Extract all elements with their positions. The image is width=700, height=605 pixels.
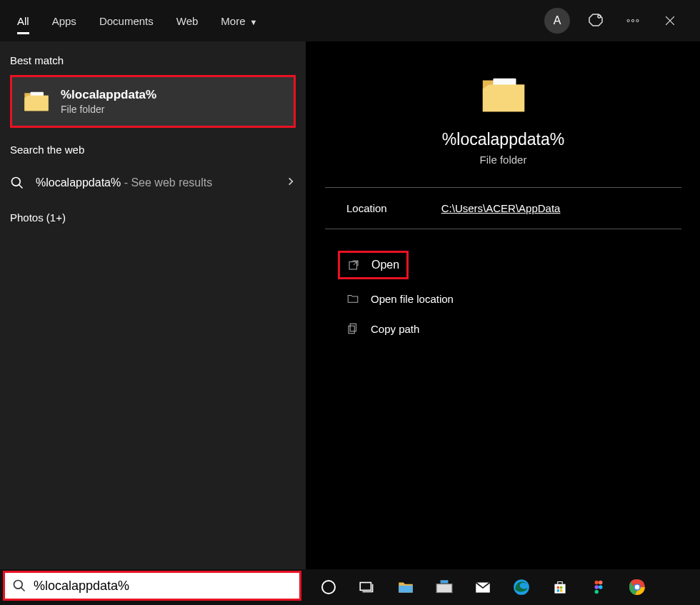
action-open-file-location[interactable]: Open file location	[325, 284, 681, 314]
preview-folder-icon	[479, 70, 529, 120]
svg-point-30	[635, 585, 640, 590]
svg-point-12	[14, 581, 23, 589]
svg-rect-19	[557, 586, 559, 589]
svg-rect-15	[436, 584, 452, 593]
keyboard-icon[interactable]	[434, 577, 454, 597]
location-path-link[interactable]: C:\Users\ACER\AppData	[441, 202, 561, 214]
results-panel: Best match %localappdata% File folder Se…	[0, 41, 306, 569]
action-open-label: Open	[371, 259, 399, 271]
svg-rect-21	[557, 589, 559, 591]
best-match-result[interactable]: %localappdata% File folder	[10, 75, 296, 128]
more-options-icon[interactable]	[621, 9, 644, 32]
tab-web[interactable]: Web	[165, 2, 210, 40]
action-open[interactable]: Open	[338, 251, 409, 279]
location-label: Location	[346, 202, 387, 214]
search-icon	[10, 176, 24, 190]
svg-point-25	[595, 585, 599, 589]
chevron-right-icon	[286, 176, 296, 189]
svg-rect-11	[349, 326, 354, 334]
svg-point-24	[599, 581, 603, 585]
preview-title: %localappdata%	[325, 130, 681, 149]
search-tabbar: All Apps Documents Web More▼ A	[0, 0, 700, 41]
cortana-icon[interactable]	[319, 577, 339, 597]
svg-rect-10	[350, 324, 356, 331]
store-icon[interactable]	[550, 577, 570, 597]
tab-apps[interactable]: Apps	[41, 2, 88, 40]
svg-point-23	[595, 581, 599, 585]
tab-all[interactable]: All	[6, 2, 41, 40]
tab-documents[interactable]: Documents	[88, 2, 165, 40]
figma-icon[interactable]	[589, 577, 609, 597]
svg-rect-20	[560, 586, 562, 589]
search-icon	[12, 579, 26, 593]
action-copy-path-label: Copy path	[371, 323, 419, 335]
svg-point-26	[599, 585, 603, 589]
taskbar	[0, 569, 700, 605]
svg-point-13	[322, 581, 335, 594]
folder-outline-icon	[346, 292, 359, 305]
svg-point-2	[631, 19, 634, 21]
result-title: %localappdata%	[61, 88, 156, 102]
folder-icon	[22, 87, 51, 116]
svg-point-3	[636, 19, 639, 21]
edge-icon[interactable]	[511, 577, 531, 597]
svg-point-1	[627, 19, 629, 21]
tab-more[interactable]: More▼	[209, 2, 269, 40]
preview-panel: %localappdata% File folder Location C:\U…	[306, 41, 700, 569]
action-copy-path[interactable]: Copy path	[325, 314, 681, 344]
search-input[interactable]	[34, 579, 292, 594]
open-icon	[347, 259, 360, 271]
feedback-icon[interactable]	[584, 9, 607, 32]
best-match-label: Best match	[0, 54, 306, 75]
chevron-down-icon: ▼	[250, 18, 258, 26]
close-icon[interactable]	[659, 9, 681, 32]
result-subtitle: File folder	[61, 104, 156, 115]
svg-rect-16	[441, 580, 449, 583]
mail-icon[interactable]	[473, 577, 493, 597]
svg-point-6	[12, 178, 21, 186]
copy-icon	[346, 322, 359, 335]
web-result-text: %localappdata% - See web results	[36, 176, 274, 189]
file-explorer-icon[interactable]	[396, 577, 416, 597]
preview-subtitle: File folder	[325, 154, 681, 166]
task-view-icon[interactable]	[357, 577, 377, 597]
svg-rect-22	[560, 589, 562, 591]
action-open-loc-label: Open file location	[371, 293, 454, 305]
photos-label[interactable]: Photos (1+)	[0, 201, 306, 232]
tab-more-label: More	[221, 15, 245, 27]
user-avatar[interactable]: A	[544, 8, 570, 34]
svg-point-0	[598, 15, 601, 18]
chrome-icon[interactable]	[627, 577, 647, 597]
svg-rect-14	[360, 583, 371, 591]
svg-point-27	[595, 590, 599, 594]
search-web-label: Search the web	[0, 128, 306, 164]
search-box[interactable]	[3, 571, 301, 601]
web-result-row[interactable]: %localappdata% - See web results	[0, 164, 306, 201]
